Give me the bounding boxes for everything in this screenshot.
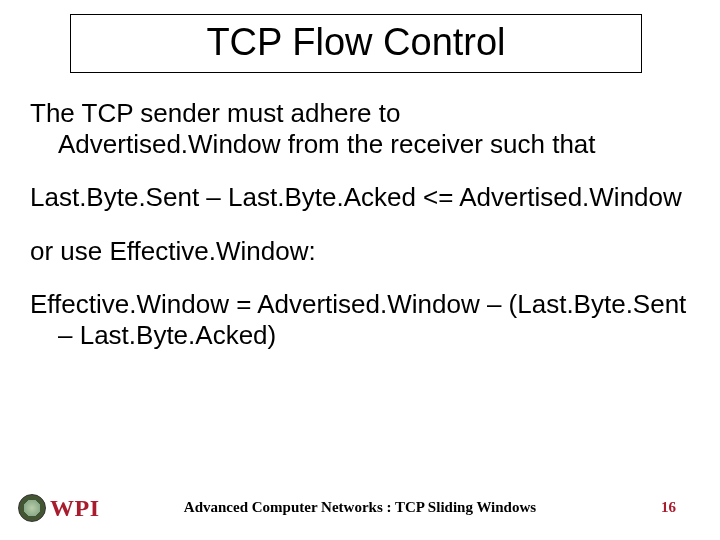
page-number: 16 [661,499,676,516]
formula-2-line2: – Last.Byte.Acked) [58,320,276,350]
or-use-line: or use Effective.Window: [30,236,690,267]
formula-2-line1: Effective.Window = Advertised.Window – (… [30,289,686,319]
intro-line2: Advertised.Window from the receiver such… [58,129,596,159]
slide-title-box: TCP Flow Control [70,14,642,73]
slide-title: TCP Flow Control [206,21,505,63]
slide-body: The TCP sender must adhere to Advertised… [30,98,690,373]
intro-paragraph: The TCP sender must adhere to Advertised… [30,98,690,160]
footer-course-title: Advanced Computer Networks : TCP Sliding… [0,499,720,516]
formula-1: Last.Byte.Sent – Last.Byte.Acked <= Adve… [30,182,690,213]
intro-line1: The TCP sender must adhere to [30,98,400,128]
formula-2: Effective.Window = Advertised.Window – (… [30,289,690,351]
slide: TCP Flow Control The TCP sender must adh… [0,0,720,540]
slide-footer: WPI Advanced Computer Networks : TCP Sli… [0,482,720,522]
